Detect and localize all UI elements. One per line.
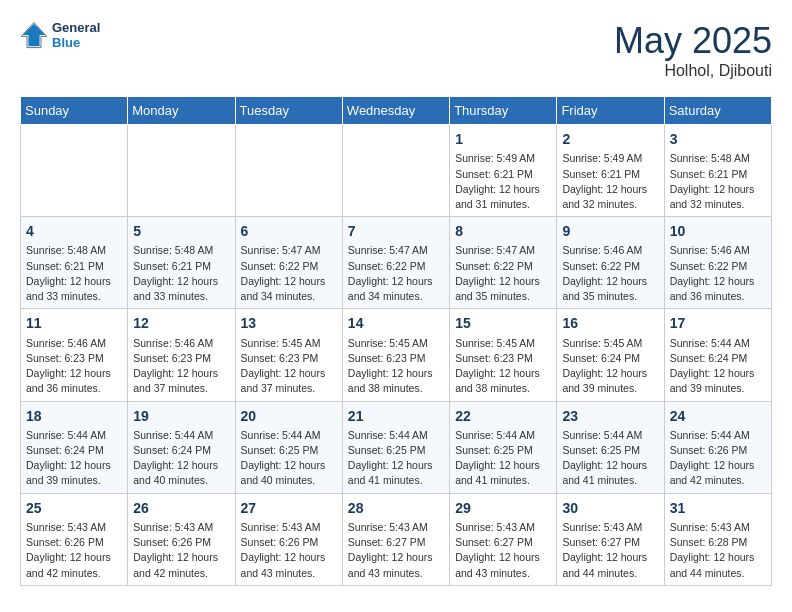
day-number: 18 bbox=[26, 406, 122, 426]
day-number: 27 bbox=[241, 498, 337, 518]
day-info: Sunrise: 5:46 AMSunset: 6:23 PMDaylight:… bbox=[133, 336, 229, 397]
table-row: 29Sunrise: 5:43 AMSunset: 6:27 PMDayligh… bbox=[450, 493, 557, 585]
day-number: 22 bbox=[455, 406, 551, 426]
location: Holhol, Djibouti bbox=[614, 62, 772, 80]
logo-line2: Blue bbox=[52, 35, 100, 50]
day-number: 29 bbox=[455, 498, 551, 518]
day-number: 19 bbox=[133, 406, 229, 426]
day-number: 24 bbox=[670, 406, 766, 426]
logo-icon bbox=[20, 21, 48, 49]
day-info: Sunrise: 5:43 AMSunset: 6:28 PMDaylight:… bbox=[670, 520, 766, 581]
table-row bbox=[128, 125, 235, 217]
calendar-week-row: 18Sunrise: 5:44 AMSunset: 6:24 PMDayligh… bbox=[21, 401, 772, 493]
day-number: 15 bbox=[455, 313, 551, 333]
table-row: 12Sunrise: 5:46 AMSunset: 6:23 PMDayligh… bbox=[128, 309, 235, 401]
table-row: 3Sunrise: 5:48 AMSunset: 6:21 PMDaylight… bbox=[664, 125, 771, 217]
table-row: 17Sunrise: 5:44 AMSunset: 6:24 PMDayligh… bbox=[664, 309, 771, 401]
day-info: Sunrise: 5:45 AMSunset: 6:23 PMDaylight:… bbox=[348, 336, 444, 397]
day-info: Sunrise: 5:44 AMSunset: 6:25 PMDaylight:… bbox=[455, 428, 551, 489]
day-info: Sunrise: 5:44 AMSunset: 6:25 PMDaylight:… bbox=[241, 428, 337, 489]
day-info: Sunrise: 5:43 AMSunset: 6:26 PMDaylight:… bbox=[26, 520, 122, 581]
day-info: Sunrise: 5:48 AMSunset: 6:21 PMDaylight:… bbox=[133, 243, 229, 304]
page-header: General Blue May 2025 Holhol, Djibouti bbox=[20, 20, 772, 80]
day-number: 16 bbox=[562, 313, 658, 333]
table-row: 21Sunrise: 5:44 AMSunset: 6:25 PMDayligh… bbox=[342, 401, 449, 493]
day-number: 25 bbox=[26, 498, 122, 518]
table-row: 9Sunrise: 5:46 AMSunset: 6:22 PMDaylight… bbox=[557, 217, 664, 309]
table-row: 4Sunrise: 5:48 AMSunset: 6:21 PMDaylight… bbox=[21, 217, 128, 309]
table-row: 13Sunrise: 5:45 AMSunset: 6:23 PMDayligh… bbox=[235, 309, 342, 401]
col-sunday: Sunday bbox=[21, 97, 128, 125]
day-info: Sunrise: 5:43 AMSunset: 6:27 PMDaylight:… bbox=[562, 520, 658, 581]
calendar-week-row: 25Sunrise: 5:43 AMSunset: 6:26 PMDayligh… bbox=[21, 493, 772, 585]
day-info: Sunrise: 5:44 AMSunset: 6:24 PMDaylight:… bbox=[26, 428, 122, 489]
table-row: 18Sunrise: 5:44 AMSunset: 6:24 PMDayligh… bbox=[21, 401, 128, 493]
day-info: Sunrise: 5:48 AMSunset: 6:21 PMDaylight:… bbox=[670, 151, 766, 212]
col-tuesday: Tuesday bbox=[235, 97, 342, 125]
day-info: Sunrise: 5:45 AMSunset: 6:23 PMDaylight:… bbox=[241, 336, 337, 397]
table-row bbox=[235, 125, 342, 217]
day-number: 30 bbox=[562, 498, 658, 518]
col-thursday: Thursday bbox=[450, 97, 557, 125]
table-row: 1Sunrise: 5:49 AMSunset: 6:21 PMDaylight… bbox=[450, 125, 557, 217]
day-number: 2 bbox=[562, 129, 658, 149]
day-number: 31 bbox=[670, 498, 766, 518]
day-number: 11 bbox=[26, 313, 122, 333]
day-number: 12 bbox=[133, 313, 229, 333]
month-year: May 2025 bbox=[614, 20, 772, 62]
table-row: 23Sunrise: 5:44 AMSunset: 6:25 PMDayligh… bbox=[557, 401, 664, 493]
day-number: 21 bbox=[348, 406, 444, 426]
day-info: Sunrise: 5:46 AMSunset: 6:22 PMDaylight:… bbox=[562, 243, 658, 304]
day-info: Sunrise: 5:45 AMSunset: 6:24 PMDaylight:… bbox=[562, 336, 658, 397]
title-block: May 2025 Holhol, Djibouti bbox=[614, 20, 772, 80]
day-number: 13 bbox=[241, 313, 337, 333]
day-number: 26 bbox=[133, 498, 229, 518]
svg-marker-0 bbox=[23, 24, 45, 46]
table-row: 28Sunrise: 5:43 AMSunset: 6:27 PMDayligh… bbox=[342, 493, 449, 585]
day-info: Sunrise: 5:46 AMSunset: 6:22 PMDaylight:… bbox=[670, 243, 766, 304]
day-info: Sunrise: 5:44 AMSunset: 6:24 PMDaylight:… bbox=[133, 428, 229, 489]
table-row: 7Sunrise: 5:47 AMSunset: 6:22 PMDaylight… bbox=[342, 217, 449, 309]
calendar-table: Sunday Monday Tuesday Wednesday Thursday… bbox=[20, 96, 772, 586]
table-row: 20Sunrise: 5:44 AMSunset: 6:25 PMDayligh… bbox=[235, 401, 342, 493]
table-row: 22Sunrise: 5:44 AMSunset: 6:25 PMDayligh… bbox=[450, 401, 557, 493]
day-info: Sunrise: 5:49 AMSunset: 6:21 PMDaylight:… bbox=[562, 151, 658, 212]
table-row: 16Sunrise: 5:45 AMSunset: 6:24 PMDayligh… bbox=[557, 309, 664, 401]
col-friday: Friday bbox=[557, 97, 664, 125]
day-number: 20 bbox=[241, 406, 337, 426]
day-number: 1 bbox=[455, 129, 551, 149]
day-number: 10 bbox=[670, 221, 766, 241]
col-monday: Monday bbox=[128, 97, 235, 125]
day-number: 7 bbox=[348, 221, 444, 241]
table-row: 30Sunrise: 5:43 AMSunset: 6:27 PMDayligh… bbox=[557, 493, 664, 585]
table-row: 10Sunrise: 5:46 AMSunset: 6:22 PMDayligh… bbox=[664, 217, 771, 309]
table-row: 19Sunrise: 5:44 AMSunset: 6:24 PMDayligh… bbox=[128, 401, 235, 493]
table-row bbox=[342, 125, 449, 217]
day-info: Sunrise: 5:47 AMSunset: 6:22 PMDaylight:… bbox=[241, 243, 337, 304]
day-info: Sunrise: 5:45 AMSunset: 6:23 PMDaylight:… bbox=[455, 336, 551, 397]
day-info: Sunrise: 5:43 AMSunset: 6:26 PMDaylight:… bbox=[133, 520, 229, 581]
day-number: 4 bbox=[26, 221, 122, 241]
table-row: 15Sunrise: 5:45 AMSunset: 6:23 PMDayligh… bbox=[450, 309, 557, 401]
day-number: 17 bbox=[670, 313, 766, 333]
col-saturday: Saturday bbox=[664, 97, 771, 125]
day-info: Sunrise: 5:44 AMSunset: 6:25 PMDaylight:… bbox=[348, 428, 444, 489]
day-number: 5 bbox=[133, 221, 229, 241]
day-number: 8 bbox=[455, 221, 551, 241]
logo: General Blue bbox=[20, 20, 100, 50]
day-number: 23 bbox=[562, 406, 658, 426]
table-row bbox=[21, 125, 128, 217]
table-row: 24Sunrise: 5:44 AMSunset: 6:26 PMDayligh… bbox=[664, 401, 771, 493]
day-info: Sunrise: 5:47 AMSunset: 6:22 PMDaylight:… bbox=[455, 243, 551, 304]
calendar-week-row: 1Sunrise: 5:49 AMSunset: 6:21 PMDaylight… bbox=[21, 125, 772, 217]
calendar-week-row: 4Sunrise: 5:48 AMSunset: 6:21 PMDaylight… bbox=[21, 217, 772, 309]
day-info: Sunrise: 5:43 AMSunset: 6:27 PMDaylight:… bbox=[348, 520, 444, 581]
day-info: Sunrise: 5:44 AMSunset: 6:26 PMDaylight:… bbox=[670, 428, 766, 489]
col-wednesday: Wednesday bbox=[342, 97, 449, 125]
day-info: Sunrise: 5:48 AMSunset: 6:21 PMDaylight:… bbox=[26, 243, 122, 304]
table-row: 2Sunrise: 5:49 AMSunset: 6:21 PMDaylight… bbox=[557, 125, 664, 217]
calendar-week-row: 11Sunrise: 5:46 AMSunset: 6:23 PMDayligh… bbox=[21, 309, 772, 401]
day-number: 14 bbox=[348, 313, 444, 333]
day-info: Sunrise: 5:44 AMSunset: 6:25 PMDaylight:… bbox=[562, 428, 658, 489]
day-info: Sunrise: 5:43 AMSunset: 6:27 PMDaylight:… bbox=[455, 520, 551, 581]
